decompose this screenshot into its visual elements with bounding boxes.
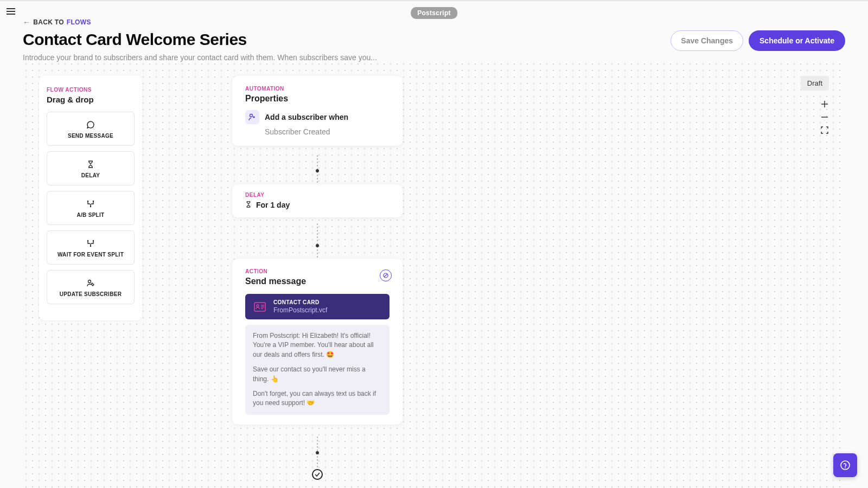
hourglass-icon xyxy=(87,159,94,169)
node-label: DELAY xyxy=(245,192,390,198)
action-tile-label: WAIT FOR EVENT SPLIT xyxy=(58,252,124,258)
node-title: Send message xyxy=(245,277,390,286)
zoom-out-button[interactable] xyxy=(817,111,832,124)
person-edit-icon xyxy=(86,278,95,288)
top-border xyxy=(0,0,868,1)
plus-icon xyxy=(821,100,828,108)
message-icon xyxy=(86,120,95,130)
save-changes-button[interactable]: Save Changes xyxy=(671,30,743,51)
action-tile-send-message[interactable]: SEND MESSAGE xyxy=(47,112,135,146)
delay-node[interactable]: DELAY For 1 day xyxy=(232,184,403,217)
check-icon xyxy=(314,471,321,478)
back-prefix: BACK TO xyxy=(33,18,64,26)
node-title: Properties xyxy=(245,94,390,104)
connector-dot[interactable] xyxy=(316,244,319,247)
message-line: Don't forget, you can always text us bac… xyxy=(253,389,382,408)
zoom-fit-button[interactable] xyxy=(817,124,832,137)
delay-text: For 1 day xyxy=(256,201,290,209)
help-button[interactable] xyxy=(833,453,857,477)
back-link[interactable]: ← BACK TO FLOWS xyxy=(23,18,91,27)
flow-actions-panel: FLOW ACTIONS Drag & drop SEND MESSAGE DE… xyxy=(39,76,142,320)
hourglass-icon xyxy=(245,200,252,210)
connector-dot[interactable] xyxy=(316,169,319,172)
node-label: ACTION xyxy=(245,268,390,274)
zoom-controls xyxy=(817,98,832,137)
automation-node[interactable]: AUTOMATION Properties Add a subscriber w… xyxy=(232,76,403,146)
sidebar-label: FLOW ACTIONS xyxy=(47,87,135,93)
action-tile-update-subscriber[interactable]: UPDATE SUBSCRIBER xyxy=(47,270,135,304)
header-actions: Save Changes Schedule or Activate xyxy=(671,30,845,51)
svg-point-10 xyxy=(257,305,259,307)
action-tile-wait-event-split[interactable]: WAIT FOR EVENT SPLIT xyxy=(47,230,135,265)
contact-card-filename: FromPostscript.vcf xyxy=(273,306,327,314)
action-tile-label: UPDATE SUBSCRIBER xyxy=(60,291,122,297)
svg-point-7 xyxy=(250,114,253,117)
end-node[interactable] xyxy=(312,469,323,480)
trigger-value: Subscriber Created xyxy=(265,127,390,136)
help-icon xyxy=(839,459,851,471)
svg-point-1 xyxy=(93,201,94,202)
action-tile-delay[interactable]: DELAY xyxy=(47,151,135,185)
connector-dot[interactable] xyxy=(316,451,319,454)
person-add-icon xyxy=(245,110,259,124)
split-icon xyxy=(86,239,95,248)
split-icon xyxy=(86,199,95,209)
message-preview: From Postscript: Hi Elizabeth! It's offi… xyxy=(245,325,390,415)
menu-icon[interactable] xyxy=(7,8,15,15)
schedule-activate-button[interactable]: Schedule or Activate xyxy=(749,30,845,51)
trigger-row: Add a subscriber when xyxy=(245,110,390,124)
page-header: ← BACK TO FLOWS Contact Card Welcome Ser… xyxy=(23,17,845,62)
flow-canvas[interactable]: Draft FLOW ACTIONS Drag & drop SEND MESS… xyxy=(23,61,845,488)
expand-icon xyxy=(821,126,828,134)
delay-row: For 1 day xyxy=(245,200,390,210)
message-line: From Postscript: Hi Elizabeth! It's offi… xyxy=(253,331,382,359)
minus-icon xyxy=(821,113,828,121)
action-tile-label: A/B SPLIT xyxy=(76,212,104,218)
svg-point-6 xyxy=(88,280,91,283)
zoom-in-button[interactable] xyxy=(817,98,832,111)
svg-point-5 xyxy=(90,246,91,247)
svg-point-12 xyxy=(845,467,846,468)
connector xyxy=(317,223,318,259)
trigger-text: Add a subscriber when xyxy=(265,113,348,121)
action-node[interactable]: ACTION Send message CONTACT CARD FromPos… xyxy=(232,259,403,425)
action-tile-label: SEND MESSAGE xyxy=(68,133,113,139)
sidebar-title: Drag & drop xyxy=(47,95,135,104)
contact-card-label: CONTACT CARD xyxy=(273,299,327,305)
action-tile-label: DELAY xyxy=(81,172,100,178)
back-target: FLOWS xyxy=(67,18,91,26)
svg-point-0 xyxy=(87,201,88,202)
safe-messaging-icon xyxy=(380,269,392,281)
arrow-left-icon: ← xyxy=(23,18,30,27)
action-tile-ab-split[interactable]: A/B SPLIT xyxy=(47,191,135,225)
svg-point-3 xyxy=(87,240,88,241)
svg-point-4 xyxy=(93,240,94,241)
contact-card-icon xyxy=(253,300,267,314)
svg-point-2 xyxy=(90,206,91,207)
contact-card-attachment: CONTACT CARD FromPostscript.vcf xyxy=(245,294,390,319)
status-badge: Draft xyxy=(801,76,829,91)
node-label: AUTOMATION xyxy=(245,86,390,92)
message-line: Save our contact so you'll never miss a … xyxy=(253,365,382,384)
